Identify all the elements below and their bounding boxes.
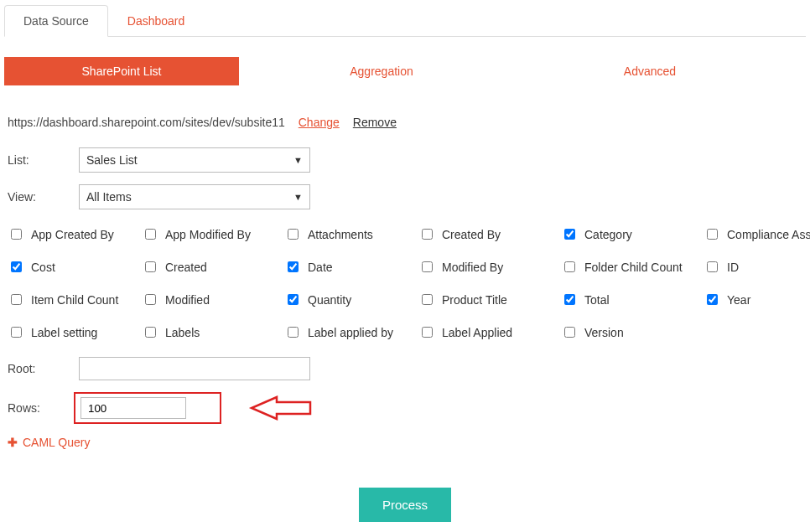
checkbox-compliance-asset-id[interactable]: Compliance Asset Id	[704, 226, 810, 242]
rows-input[interactable]	[80, 397, 186, 419]
checkbox-label: Attachments	[308, 228, 373, 241]
checkbox-input[interactable]	[11, 294, 22, 305]
checkbox-created[interactable]: Created	[142, 259, 284, 275]
section-tab-aggregation[interactable]: Aggregation	[239, 57, 524, 85]
checkbox-modified[interactable]: Modified	[142, 292, 284, 307]
list-select[interactable]: Sales List ▼	[79, 147, 310, 173]
list-label: List:	[8, 153, 79, 167]
checkbox-id[interactable]: ID	[704, 259, 810, 275]
checkbox-input[interactable]	[707, 261, 718, 272]
change-link[interactable]: Change	[299, 116, 340, 129]
checkbox-input[interactable]	[288, 294, 299, 305]
checkbox-input[interactable]	[11, 327, 22, 338]
checkbox-input[interactable]	[707, 229, 718, 240]
checkbox-modified-by[interactable]: Modified By	[418, 259, 561, 275]
checkbox-input[interactable]	[422, 327, 433, 338]
checkbox-label: Labels	[165, 326, 200, 339]
checkbox-cost[interactable]: Cost	[8, 259, 142, 275]
arrow-left-icon	[245, 395, 312, 421]
checkbox-attachments[interactable]: Attachments	[284, 226, 418, 242]
view-label: View:	[8, 190, 79, 204]
site-url-text: https://dashboard.sharepoint.com/sites/d…	[8, 116, 285, 129]
checkbox-labels[interactable]: Labels	[142, 324, 284, 340]
checkbox-label: Compliance Asset Id	[727, 228, 810, 241]
checkbox-input[interactable]	[564, 261, 575, 272]
checkbox-label: ID	[727, 261, 739, 274]
view-select[interactable]: All Items ▼	[79, 184, 310, 209]
checkbox-category[interactable]: Category	[561, 226, 704, 242]
checkbox-label: Created By	[442, 228, 501, 241]
checkbox-folder-child-count[interactable]: Folder Child Count	[561, 259, 704, 275]
checkbox-label: Modified	[165, 293, 210, 307]
checkbox-label-applied[interactable]: Label Applied	[418, 324, 561, 340]
fields-checkbox-grid: App Created By App Modified By Attachmen…	[8, 226, 806, 340]
checkbox-label: Item Child Count	[31, 293, 118, 307]
checkbox-input[interactable]	[145, 229, 156, 240]
checkbox-row: Label setting Labels Label applied by La…	[8, 324, 806, 340]
section-tab-advanced[interactable]: Advanced	[524, 57, 776, 85]
checkbox-label: Label Applied	[442, 326, 512, 339]
checkbox-input[interactable]	[422, 261, 433, 272]
process-button[interactable]: Process	[359, 488, 451, 522]
section-tab-sharepoint-list[interactable]: SharePoint List	[4, 57, 239, 85]
root-label: Root:	[8, 362, 79, 375]
section-tab-bar: SharePoint List Aggregation Advanced	[4, 57, 806, 85]
checkbox-app-created-by[interactable]: App Created By	[8, 226, 142, 242]
checkbox-product-title[interactable]: Product Title	[418, 292, 561, 307]
checkbox-label: Cost	[31, 261, 55, 274]
checkbox-label: Folder Child Count	[584, 261, 683, 274]
checkbox-label-applied-by[interactable]: Label applied by	[284, 324, 418, 340]
tab-data-source[interactable]: Data Source	[4, 5, 108, 37]
caml-query-label: CAML Query	[23, 436, 90, 449]
checkbox-input[interactable]	[707, 294, 718, 305]
checkbox-label: Quantity	[308, 293, 351, 307]
checkbox-label: Label applied by	[308, 326, 393, 339]
checkbox-label: Version	[584, 326, 624, 339]
checkbox-input[interactable]	[145, 327, 156, 338]
caml-query-link[interactable]: ✚ CAML Query	[8, 436, 806, 449]
checkbox-label: App Created By	[31, 228, 114, 241]
checkbox-input[interactable]	[288, 327, 299, 338]
checkbox-input[interactable]	[11, 229, 22, 240]
checkbox-input[interactable]	[288, 261, 299, 272]
tab-dashboard[interactable]: Dashboard	[108, 5, 205, 37]
checkbox-label: Date	[308, 261, 333, 274]
checkbox-row: Cost Created Date Modified By Folder Chi…	[8, 259, 806, 275]
top-tab-bar: Data Source Dashboard	[4, 5, 806, 37]
rows-highlight-box	[74, 392, 221, 424]
root-input[interactable]	[79, 357, 310, 380]
checkbox-quantity[interactable]: Quantity	[284, 292, 418, 307]
caret-down-icon: ▼	[293, 155, 303, 165]
checkbox-label: Total	[584, 293, 610, 307]
checkbox-input[interactable]	[422, 294, 433, 305]
checkbox-version[interactable]: Version	[561, 324, 704, 340]
url-row: https://dashboard.sharepoint.com/sites/d…	[8, 116, 806, 129]
checkbox-row: Item Child Count Modified Quantity Produ…	[8, 292, 806, 307]
checkbox-label: Product Title	[442, 293, 507, 307]
list-select-value: Sales List	[86, 153, 138, 167]
checkbox-label: App Modified By	[165, 228, 251, 241]
caret-down-icon: ▼	[293, 192, 303, 202]
checkbox-label: Year	[727, 293, 750, 307]
plus-icon: ✚	[8, 436, 18, 449]
checkbox-input[interactable]	[11, 261, 22, 272]
view-select-value: All Items	[86, 190, 132, 204]
checkbox-app-modified-by[interactable]: App Modified By	[142, 226, 284, 242]
checkbox-year[interactable]: Year	[704, 292, 810, 307]
remove-link[interactable]: Remove	[353, 116, 397, 129]
checkbox-label: Created	[165, 261, 207, 274]
checkbox-input[interactable]	[564, 229, 575, 240]
checkbox-label: Category	[584, 228, 632, 241]
checkbox-input[interactable]	[564, 294, 575, 305]
checkbox-input[interactable]	[288, 229, 299, 240]
checkbox-total[interactable]: Total	[561, 292, 704, 307]
checkbox-input[interactable]	[145, 294, 156, 305]
checkbox-input[interactable]	[145, 261, 156, 272]
checkbox-date[interactable]: Date	[284, 259, 418, 275]
checkbox-created-by[interactable]: Created By	[418, 226, 561, 242]
checkbox-label-setting[interactable]: Label setting	[8, 324, 142, 340]
checkbox-label: Modified By	[442, 261, 503, 274]
checkbox-input[interactable]	[564, 327, 575, 338]
checkbox-input[interactable]	[422, 229, 433, 240]
checkbox-item-child-count[interactable]: Item Child Count	[8, 292, 142, 307]
